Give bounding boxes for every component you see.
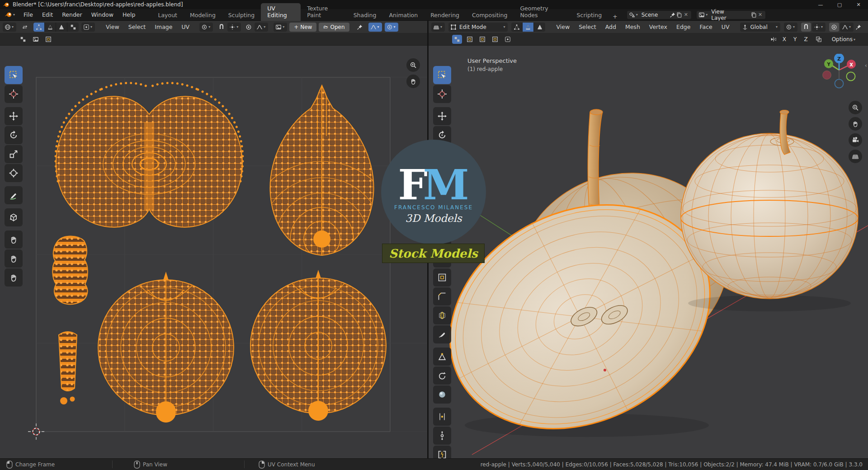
tool-rip-region[interactable] [5, 208, 23, 226]
zoom-button[interactable] [849, 101, 862, 114]
close-icon[interactable]: ✕ [757, 12, 764, 18]
maximize-button[interactable]: ▢ [830, 0, 849, 9]
duplicate-icon[interactable] [750, 12, 757, 18]
uv-snap-toggle[interactable] [217, 23, 226, 32]
uv-select-island-button[interactable] [67, 23, 79, 32]
vp-tool-setting-3[interactable] [477, 35, 487, 44]
zoom-button[interactable] [406, 58, 420, 72]
image-pin-toggle[interactable] [355, 23, 365, 32]
gizmo-neg-x-axis[interactable] [823, 71, 831, 80]
camera-view-button[interactable] [849, 133, 862, 147]
vp-menu-select[interactable]: Select [574, 23, 601, 31]
falloff-dropdown[interactable]: ▾ [840, 23, 854, 32]
tool-rotate[interactable] [5, 126, 23, 144]
image-new-button[interactable]: + New [289, 23, 316, 32]
mirror-z-button[interactable]: Z [801, 35, 811, 44]
menu-edit[interactable]: Edit [38, 10, 57, 19]
vertex-mode-button[interactable] [511, 23, 523, 32]
gizmo-neg-z-axis[interactable] [835, 80, 844, 88]
tab-scripting[interactable]: Scripting [571, 10, 609, 21]
scene-selector[interactable]: ▾ Scene ✕ [627, 10, 692, 19]
edge-mode-button[interactable] [523, 23, 534, 32]
tool-spin[interactable] [433, 367, 451, 385]
tool-scale[interactable] [5, 145, 23, 163]
tool-move[interactable] [5, 107, 23, 125]
close-icon[interactable]: ✕ [682, 12, 689, 18]
tab-layout[interactable]: Layout [151, 10, 184, 21]
uv-menu-uv[interactable]: UV [177, 23, 194, 31]
uv-select-face-button[interactable] [56, 23, 67, 32]
vp-menu-edge[interactable]: Edge [672, 23, 695, 31]
tool-smooth[interactable] [433, 385, 451, 404]
proportional-editing-toggle[interactable] [829, 23, 839, 32]
snap-toggle[interactable] [801, 23, 811, 32]
pin-icon[interactable] [670, 12, 676, 18]
tab-uv-editing[interactable]: UV Editing [261, 3, 301, 21]
close-button[interactable]: ✕ [849, 0, 868, 9]
vp-tool-setting-active[interactable] [452, 35, 462, 44]
tool-grab[interactable] [5, 230, 23, 249]
ortho-toggle-button[interactable] [849, 150, 862, 163]
tab-modeling[interactable]: Modeling [184, 10, 222, 21]
add-workspace-button[interactable]: + [608, 12, 622, 21]
tab-animation[interactable]: Animation [382, 10, 424, 21]
mirror-x-button[interactable]: X [779, 35, 789, 44]
navigation-gizmo[interactable]: Z Y X [817, 54, 861, 97]
mirror-y-button[interactable]: Y [790, 35, 800, 44]
correct-face-attributes-toggle[interactable] [814, 35, 824, 44]
transform-orientation-dropdown[interactable]: Global ▾ [740, 23, 780, 32]
tool-shrink-fatten[interactable] [433, 427, 451, 445]
pan-button[interactable] [406, 75, 420, 88]
tool-annotate[interactable] [5, 186, 23, 204]
uv-menu-image[interactable]: Image [150, 23, 177, 31]
uv-sticky-selection-dropdown[interactable]: ▾ [81, 23, 95, 32]
menu-window[interactable]: Window [87, 10, 118, 19]
gizmo-neg-y-axis[interactable] [847, 72, 855, 81]
uv-snap-mode-dropdown[interactable]: ▾ [385, 23, 398, 32]
tool-cursor[interactable] [433, 85, 451, 103]
vp-tool-setting-4[interactable] [490, 35, 500, 44]
uv-canvas[interactable] [0, 46, 427, 458]
uv-proportional-toggle[interactable] [244, 23, 254, 32]
vp-tool-setting-2[interactable] [465, 35, 475, 44]
vp-menu-uv[interactable]: UV [717, 23, 734, 31]
menu-render[interactable]: Render [57, 10, 87, 19]
tool-knife[interactable] [433, 325, 451, 343]
uv-menu-view[interactable]: View [101, 23, 124, 31]
menu-file[interactable]: File [19, 10, 38, 19]
tab-rendering[interactable]: Rendering [424, 10, 466, 21]
snap-with-dropdown[interactable]: ▾ [812, 23, 826, 32]
uv-select-vertex-button[interactable] [33, 23, 45, 32]
uv-select-edge-button[interactable] [45, 23, 56, 32]
minimize-button[interactable]: — [811, 0, 830, 9]
options-dropdown[interactable]: Options ▾ [828, 35, 860, 44]
tool-inset-faces[interactable] [433, 268, 451, 287]
uv-tool-setting-toggle-2[interactable] [31, 35, 41, 44]
vp-tool-setting-5[interactable] [503, 35, 513, 44]
uv-snap-with-dropdown[interactable]: ▾ [227, 23, 241, 32]
pivot-point-dropdown[interactable]: ▾ [784, 23, 797, 32]
tool-loop-cut[interactable] [433, 306, 451, 324]
tab-shading[interactable]: Shading [347, 10, 383, 21]
mode-dropdown[interactable]: Edit Mode ▾ [448, 23, 508, 32]
viewport-canvas[interactable]: User Perspective (1) red-apple Z Y X [429, 46, 868, 458]
vp-menu-vertex[interactable]: Vertex [645, 23, 672, 31]
tab-texture-paint[interactable]: Texture Paint [301, 3, 347, 21]
tab-sculpting[interactable]: Sculpting [222, 10, 261, 21]
view-layer-selector[interactable]: ▾ View Layer ✕ [696, 10, 766, 19]
uv-pivot-dropdown[interactable]: ▾ [199, 23, 213, 32]
tab-compositing[interactable]: Compositing [466, 10, 514, 21]
tool-move[interactable] [433, 107, 451, 125]
duplicate-icon[interactable] [676, 12, 682, 18]
tool-rip-region[interactable] [433, 446, 451, 458]
tool-transform[interactable] [5, 164, 23, 182]
uv-proportional-falloff-dropdown[interactable]: ▾ [368, 23, 382, 32]
uv-editor-type-dropdown[interactable]: ▾ [3, 23, 16, 32]
uv-menu-select[interactable]: Select [124, 23, 151, 31]
menu-help[interactable]: Help [118, 10, 140, 19]
vp-menu-add[interactable]: Add [601, 23, 621, 31]
uv-sync-selection-toggle[interactable] [20, 23, 30, 32]
tab-geometry-nodes[interactable]: Geometry Nodes [514, 3, 570, 21]
uv-falloff-dropdown[interactable]: ▾ [255, 23, 268, 32]
pan-button[interactable] [849, 117, 862, 131]
